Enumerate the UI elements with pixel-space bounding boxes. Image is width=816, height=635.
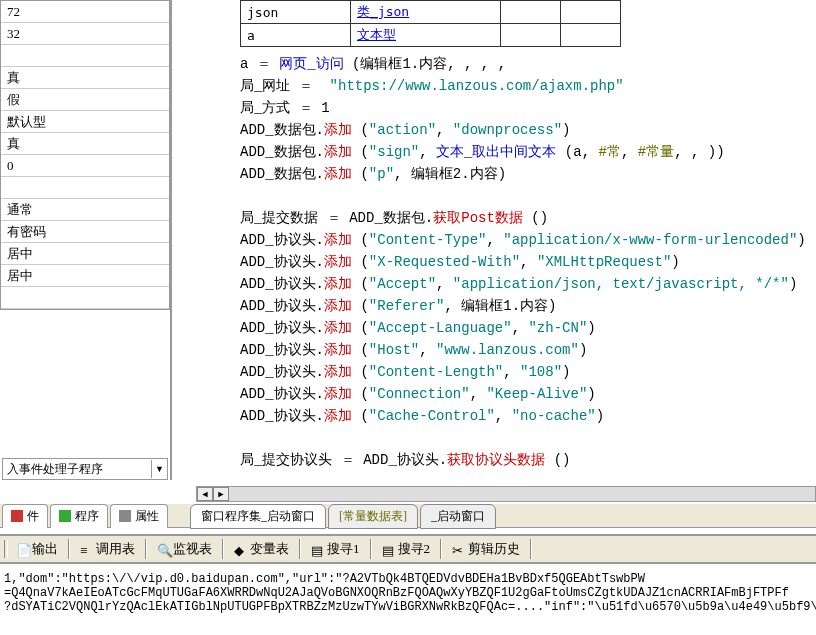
toolbar-button-search[interactable]: 🔍监视表 — [151, 538, 218, 560]
tab-label: 窗口程序集_启动窗口 — [201, 509, 315, 523]
clip-icon: ✂ — [452, 543, 464, 555]
toolbar-button-output[interactable]: 📄输出 — [10, 538, 64, 560]
toolbar-label: 变量表 — [250, 540, 289, 558]
editor-tabs: 窗口程序集_启动窗口[常量数据表]_启动窗口 — [190, 504, 498, 529]
tab-label: 程序 — [75, 508, 99, 525]
scroll-right-icon[interactable]: ► — [213, 487, 229, 501]
code-editor[interactable]: json类_jsona文本型 a ＝ 网页_访问 (编辑框1.内容, , , ,… — [196, 0, 816, 486]
code-line[interactable]: ADD_数据包.添加 ("action", "downprocess") — [240, 119, 816, 141]
separator — [299, 539, 301, 559]
code-line[interactable]: ADD_协议头.添加 ("Cache-Control", "no-cache") — [240, 405, 816, 427]
code-line[interactable] — [240, 427, 816, 449]
toolbar-button-diamond[interactable]: ◆变量表 — [228, 538, 295, 560]
code-line[interactable]: ADD_数据包.添加 ("sign", 文本_取出中间文本 (a, #常, #常… — [240, 141, 816, 163]
code-line[interactable]: ADD_数据包.添加 ("p", 编辑框2.内容) — [240, 163, 816, 185]
editor-tab[interactable]: 窗口程序集_启动窗口 — [190, 504, 326, 529]
property-row[interactable]: 默认型 — [1, 111, 169, 133]
toolbar-label: 剪辑历史 — [468, 540, 520, 558]
separator — [440, 539, 442, 559]
dropdown-label: 入事件处理子程序 — [3, 461, 151, 478]
property-row[interactable]: 有密码 — [1, 221, 169, 243]
panel-tab[interactable]: 属性 — [110, 504, 168, 528]
variable-table[interactable]: json类_jsona文本型 — [240, 0, 621, 47]
output-panel[interactable]: 1,"dom":"https:\/\/vip.d0.baidupan.com",… — [0, 568, 816, 635]
property-row[interactable]: 真 — [1, 133, 169, 155]
toolbar-label: 输出 — [32, 540, 58, 558]
code-line[interactable]: 局_提交协议头 ＝ ADD_协议头.获取协议头数据 () — [240, 449, 816, 471]
type-link[interactable]: 类_json — [357, 4, 409, 19]
separator — [222, 539, 224, 559]
toolbar-label: 调用表 — [96, 540, 135, 558]
separator — [68, 539, 70, 559]
property-row[interactable]: 真 — [1, 67, 169, 89]
editor-tab[interactable]: [常量数据表] — [328, 504, 418, 529]
code-line[interactable]: 局_提交数据 ＝ ADD_数据包.获取Post数据 () — [240, 207, 816, 229]
bottom-toolbar: 📄输出≡调用表🔍监视表◆变量表▤搜寻1▤搜寻2✂剪辑历史 — [0, 534, 816, 564]
search-icon: 🔍 — [157, 543, 169, 555]
chevron-down-icon[interactable]: ▼ — [151, 460, 167, 478]
property-row[interactable]: 32 — [1, 23, 169, 45]
editor-tab[interactable]: _启动窗口 — [420, 504, 496, 529]
code-line[interactable]: ADD_协议头.添加 ("Content-Type", "application… — [240, 229, 816, 251]
toolbar-label: 搜寻2 — [398, 540, 431, 558]
property-row[interactable]: 居中 — [1, 243, 169, 265]
tab-label: _启动窗口 — [431, 509, 485, 523]
code-lines[interactable]: a ＝ 网页_访问 (编辑框1.内容, , , ,局_网址 ＝ "https:/… — [196, 53, 816, 471]
tab-icon — [119, 510, 131, 522]
property-row[interactable]: 假 — [1, 89, 169, 111]
code-line[interactable]: 局_网址 ＝ "https://www.lanzous.com/ajaxm.ph… — [240, 75, 816, 97]
separator — [145, 539, 147, 559]
doc-icon: ▤ — [382, 543, 394, 555]
toolbar-label: 搜寻1 — [327, 540, 360, 558]
tab-label: 件 — [27, 508, 39, 525]
type-link[interactable]: 文本型 — [357, 27, 396, 42]
table-row[interactable]: json类_json — [241, 1, 621, 24]
tab-label: 属性 — [135, 508, 159, 525]
panel-tab[interactable]: 程序 — [50, 504, 108, 528]
code-line[interactable]: ADD_协议头.添加 ("Host", "www.lanzous.com") — [240, 339, 816, 361]
list-icon: ≡ — [80, 543, 92, 555]
code-line[interactable]: ADD_协议头.添加 ("Accept-Language", "zh-CN") — [240, 317, 816, 339]
property-row[interactable]: 72 — [1, 1, 169, 23]
code-line[interactable] — [240, 185, 816, 207]
toolbar-button-clip[interactable]: ✂剪辑历史 — [446, 538, 526, 560]
code-line[interactable]: ADD_协议头.添加 ("Accept", "application/json,… — [240, 273, 816, 295]
property-row[interactable] — [1, 287, 169, 309]
horizontal-scrollbar[interactable]: ◄ ► — [196, 486, 816, 502]
table-row[interactable]: a文本型 — [241, 24, 621, 47]
scroll-left-icon[interactable]: ◄ — [197, 487, 213, 501]
tab-label: [常量数据表] — [339, 509, 407, 523]
code-line[interactable]: a ＝ 网页_访问 (编辑框1.内容, , , , — [240, 53, 816, 75]
toolbar-button-doc[interactable]: ▤搜寻2 — [376, 538, 437, 560]
tab-icon — [11, 510, 23, 522]
panel-tab[interactable]: 件 — [2, 504, 48, 528]
toolbar-button-doc[interactable]: ▤搜寻1 — [305, 538, 366, 560]
tab-icon — [59, 510, 71, 522]
separator — [370, 539, 372, 559]
code-line[interactable]: ADD_协议头.添加 ("Content-Length", "108") — [240, 361, 816, 383]
diamond-icon: ◆ — [234, 543, 246, 555]
code-line[interactable]: ADD_协议头.添加 ("Connection", "Keep-Alive") — [240, 383, 816, 405]
toolbar-button-list[interactable]: ≡调用表 — [74, 538, 141, 560]
output-icon: 📄 — [16, 543, 28, 555]
separator — [530, 539, 532, 559]
code-line[interactable]: ADD_协议头.添加 ("Referer", 编辑框1.内容) — [240, 295, 816, 317]
property-row[interactable]: 居中 — [1, 265, 169, 287]
property-row[interactable]: 通常 — [1, 199, 169, 221]
properties-list[interactable]: 7232真假默认型真0通常有密码居中居中 — [0, 0, 170, 310]
code-line[interactable]: 局_方式 ＝ 1 — [240, 97, 816, 119]
property-row[interactable] — [1, 45, 169, 67]
properties-panel: 7232真假默认型真0通常有密码居中居中 入事件处理子程序 ▼ — [0, 0, 172, 480]
event-handler-dropdown[interactable]: 入事件处理子程序 ▼ — [2, 458, 168, 480]
property-row[interactable] — [1, 177, 169, 199]
property-row[interactable]: 0 — [1, 155, 169, 177]
toolbar-label: 监视表 — [173, 540, 212, 558]
doc-icon: ▤ — [311, 543, 323, 555]
code-line[interactable]: ADD_协议头.添加 ("X-Requested-With", "XMLHttp… — [240, 251, 816, 273]
